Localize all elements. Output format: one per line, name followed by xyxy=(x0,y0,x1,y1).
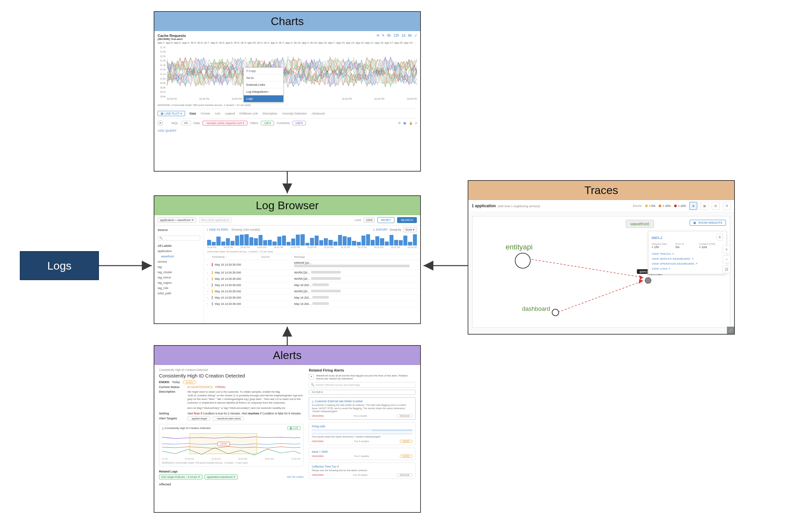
chart-toolbar-refresh-icon[interactable]: ⟳ xyxy=(377,34,379,37)
histogram-bar[interactable] xyxy=(268,240,272,245)
chart-tab-format[interactable]: Format xyxy=(201,112,210,115)
lb-col[interactable]: Timestamp ↓ xyxy=(212,255,261,258)
popup-view-logs[interactable]: VIEW LOGS ↗ xyxy=(652,266,723,271)
histogram-bar[interactable] xyxy=(361,236,366,245)
chart-tab-axis[interactable]: Axis xyxy=(215,112,220,115)
query-icon-4[interactable]: ≡ xyxy=(415,121,417,125)
expand-icon[interactable]: › xyxy=(207,271,212,274)
chart-tab-data[interactable]: Data xyxy=(190,112,196,115)
histogram-bar[interactable] xyxy=(408,242,412,245)
filters-chip[interactable]: Add ▾ xyxy=(261,121,274,125)
chart-toolbar-edit-icon[interactable]: ✎ xyxy=(382,34,384,37)
histogram-bar[interactable] xyxy=(207,240,211,245)
functions-chip[interactable]: Add ▾ xyxy=(293,121,306,125)
query-icon-2[interactable]: ▦ xyxy=(403,121,406,125)
expand-icon[interactable]: › xyxy=(207,290,212,293)
chart-tab-anomaly[interactable]: Anomaly Detection xyxy=(282,112,307,115)
query-code-icon[interactable]: </> xyxy=(181,121,191,125)
histogram-bar[interactable] xyxy=(258,235,263,245)
context-menu-log-integrations[interactable]: Log Integrations › xyxy=(244,88,283,95)
alerts-stop-button[interactable]: STOP xyxy=(217,442,230,446)
traces-link-icon[interactable]: 🔗 xyxy=(727,327,734,334)
related-chip-time[interactable]: time range=6:08 am – 6:10 am ✕ xyxy=(159,475,203,479)
zoom-fit-icon[interactable]: ⊡ xyxy=(723,265,731,273)
card-title[interactable]: Firing cells xyxy=(312,425,413,428)
histogram-bar[interactable] xyxy=(287,242,291,245)
traces-canvas[interactable]: wavefront query entityapi dashboard quer… xyxy=(472,216,730,328)
lb-sidebar-item[interactable]: tag_cluster xyxy=(158,269,200,275)
chart-range-12h[interactable]: 12h xyxy=(394,34,399,37)
related-alert-card[interactable]: △ Customer External rate limiter is acti… xyxy=(309,397,416,420)
related-alert-card[interactable]: Collection Time Too HPlease see the foll… xyxy=(309,463,416,479)
histogram-bar[interactable] xyxy=(249,237,253,245)
log-row[interactable]: ›May 16 14:26:38.000WARN [20… xyxy=(204,276,420,282)
alerts-side-filter[interactable]: FILTER ▾ xyxy=(309,390,416,395)
histogram-bar[interactable] xyxy=(413,234,417,245)
lb-search-button[interactable]: SEARCH xyxy=(397,217,417,223)
lb-histogram[interactable]: 04:30 PM 04:35 PM 04:40 PM 04:45 PM 04:5… xyxy=(204,234,420,249)
histogram-bar[interactable] xyxy=(291,239,295,245)
histogram-bar[interactable] xyxy=(403,236,407,245)
lb-sidebar-item[interactable]: application xyxy=(158,248,200,254)
histogram-bar[interactable] xyxy=(394,240,398,245)
histogram-bar[interactable] xyxy=(244,234,248,245)
expand-icon[interactable]: › xyxy=(207,302,212,305)
histogram-bar[interactable] xyxy=(333,242,337,245)
zoom-out-icon[interactable]: − xyxy=(723,255,731,263)
card-title[interactable]: △ Customer External rate limiter is acti… xyxy=(312,400,413,403)
histogram-bar[interactable] xyxy=(221,242,225,245)
histogram-bar[interactable] xyxy=(380,238,384,245)
lb-include-placeholder[interactable]: INCLUDE application xyxy=(199,218,231,223)
lb-groupby-value[interactable]: None ▾ xyxy=(403,227,417,232)
histogram-bar[interactable] xyxy=(216,237,220,245)
histogram-bar[interactable] xyxy=(357,242,361,245)
traces-view-table-icon[interactable]: ▦ xyxy=(701,202,708,210)
histogram-bar[interactable] xyxy=(329,240,332,245)
lb-col[interactable]: Source xyxy=(261,255,294,258)
alerts-target-2[interactable]: ◦ wavefront-alert-series xyxy=(213,416,244,421)
expand-icon[interactable]: › xyxy=(207,283,212,287)
histogram-bar[interactable] xyxy=(324,238,328,245)
histogram-bar[interactable] xyxy=(310,238,314,245)
histogram-bar[interactable] xyxy=(263,240,267,245)
lb-sidebar-item[interactable]: tag_role xyxy=(158,285,200,291)
show-insights-button[interactable]: ▣ SHOW INSIGHTS xyxy=(690,220,726,226)
popup-view-service-dashboard[interactable]: VIEW SERVICE DASHBOARD ↗ xyxy=(652,256,723,261)
line-plot-dropdown[interactable]: ▦ LINE PLOT ▾ xyxy=(158,111,185,116)
histogram-bar[interactable] xyxy=(282,236,286,245)
chart-range-1d[interactable]: 1d xyxy=(402,34,405,37)
histogram-bar[interactable] xyxy=(390,235,394,245)
traces-view-graph-icon[interactable]: ◈ xyxy=(689,202,697,210)
histogram-bar[interactable] xyxy=(315,236,318,245)
query-icon-1[interactable]: ⟲ xyxy=(398,121,401,125)
histogram-bar[interactable] xyxy=(231,241,234,245)
related-alert-card[interactable]: Firing cellsThe events share the same di… xyxy=(309,422,416,445)
popup-view-traces[interactable]: VIEW TRACES ↗ xyxy=(652,252,723,256)
histogram-bar[interactable] xyxy=(352,241,356,245)
chart-tab-legend[interactable]: Legend xyxy=(225,112,235,115)
chart-expand-icon[interactable]: ⤢ xyxy=(414,34,417,37)
go-to-logs-link[interactable]: GO TO LOGS xyxy=(287,476,304,479)
alerts-target-1[interactable]: ◦ applied-target xyxy=(187,416,210,421)
query-data-chip[interactable]: ~sample.cache.requests.num ▾ xyxy=(203,121,248,125)
histogram-bar[interactable] xyxy=(212,242,216,245)
node-dashboard[interactable] xyxy=(552,309,559,316)
card-title[interactable]: Collection Time Too H xyxy=(312,465,413,468)
alerts-mini-plot[interactable]: STOP xyxy=(162,431,300,457)
histogram-bar[interactable] xyxy=(338,235,342,245)
lb-sidebar-item[interactable]: tolist_path xyxy=(158,291,200,296)
log-row[interactable]: ›May 16 14:26:38.000WARN [20… xyxy=(204,269,420,276)
lb-reset-button[interactable]: RESET xyxy=(377,217,394,223)
histogram-bar[interactable] xyxy=(277,237,281,245)
query-letter[interactable]: A xyxy=(158,120,163,126)
lb-sidebar-search[interactable] xyxy=(158,236,200,241)
histogram-bar[interactable] xyxy=(235,236,239,245)
log-row[interactable]: ›May 16 14:26:38.000ERROR [20… xyxy=(204,260,420,269)
histogram-bar[interactable] xyxy=(366,234,370,245)
chart-range-6h[interactable]: 6h xyxy=(387,34,391,37)
card-title[interactable]: issue > 2000 xyxy=(312,450,413,454)
lb-filter-chip[interactable]: application = wavefront ✕ xyxy=(158,218,196,223)
lb-sidebar-item[interactable]: wavefront xyxy=(158,254,200,259)
popup-title-link[interactable]: query ↗ xyxy=(652,236,663,239)
context-menu-external[interactable]: External Links xyxy=(244,81,283,88)
